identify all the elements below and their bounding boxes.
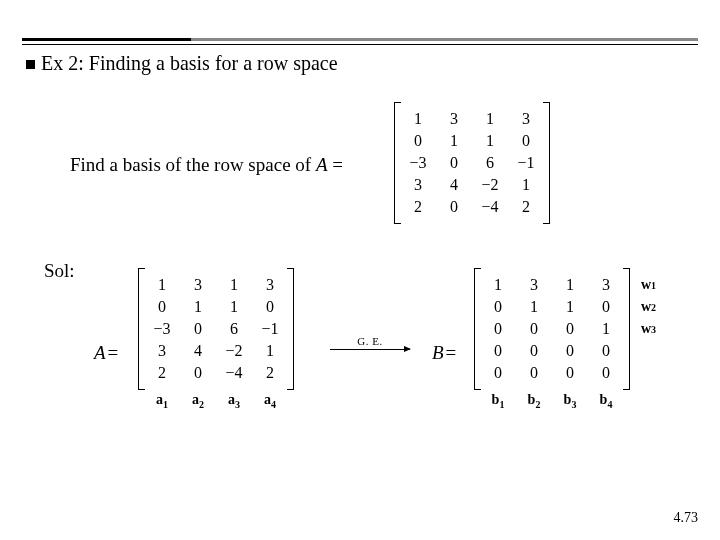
matrix-A-block: 1313 0110 −306−1 34−21 20−42 a1 a2 a3 a4 bbox=[140, 270, 292, 388]
matrix-B-block: 1313 0110 0001 0000 0000 b1 b2 b3 b4 w1 … bbox=[476, 270, 628, 388]
A-equals: A = bbox=[94, 342, 118, 364]
prompt-prefix: Find a basis of the row space of bbox=[70, 154, 316, 175]
B-var: B bbox=[432, 342, 444, 364]
slide-top-rule bbox=[22, 38, 698, 41]
matrix-A-col-labels: a1 a2 a3 a4 bbox=[140, 392, 292, 410]
solution-label: Sol: bbox=[44, 260, 75, 282]
matrix-A: 1313 0110 −306−1 34−21 20−42 a1 a2 a3 a4 bbox=[140, 270, 292, 388]
matrix-B-col-labels: b1 b2 b3 b4 bbox=[476, 392, 628, 410]
matrix-B-row-labels: w1 w2 w3 bbox=[641, 274, 656, 340]
A-eq: = bbox=[108, 342, 119, 364]
arrow-icon bbox=[330, 349, 410, 350]
page-number: 4.73 bbox=[674, 510, 699, 526]
prompt-var: A bbox=[316, 154, 328, 175]
gaussian-elimination-arrow: G. E. bbox=[330, 335, 410, 350]
B-equals: B = bbox=[432, 342, 456, 364]
matrix-B: 1313 0110 0001 0000 0000 b1 b2 b3 b4 w1 … bbox=[476, 270, 628, 388]
title-text: Ex 2: Finding a basis for a row space bbox=[41, 52, 338, 74]
slide-title: Ex 2: Finding a basis for a row space bbox=[26, 52, 338, 75]
prompt-eq: = bbox=[328, 154, 343, 175]
matrix-top: 1313 0110 −306−1 34−21 20−42 bbox=[396, 104, 548, 222]
slide-sub-rule bbox=[22, 44, 698, 45]
A-var: A bbox=[94, 342, 106, 364]
bullet-icon bbox=[26, 60, 35, 69]
matrix-A-definition: 1313 0110 −306−1 34−21 20−42 bbox=[396, 104, 548, 222]
B-eq: = bbox=[446, 342, 457, 364]
arrow-label: G. E. bbox=[330, 335, 410, 347]
problem-statement: Find a basis of the row space of A = bbox=[70, 154, 343, 176]
